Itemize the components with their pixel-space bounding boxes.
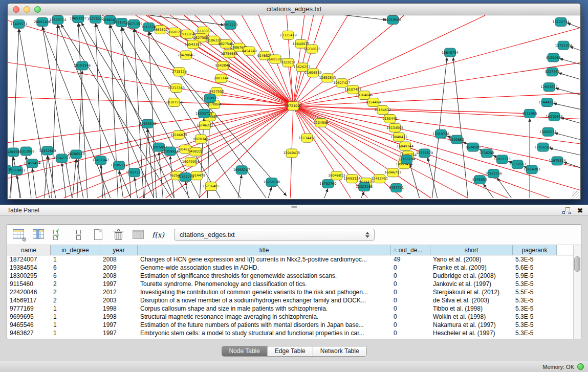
table-cell[interactable]: 2 — [51, 297, 100, 304]
table-cell[interactable]: 1997 — [100, 330, 138, 337]
table-vertical-scrollbar[interactable] — [573, 245, 581, 339]
table-cell[interactable]: 9465546 — [7, 321, 51, 329]
table-cell[interactable]: 1 — [51, 330, 100, 337]
table-cell[interactable]: 2012 — [100, 289, 138, 296]
table-cell[interactable]: 19384554 — [7, 264, 51, 271]
table-cell[interactable]: Yano et al. (2008) — [430, 256, 513, 263]
graph-node[interactable]: 12093872 — [541, 83, 558, 92]
graph-node[interactable]: 7204596 — [313, 118, 328, 127]
select-columns-checkmarks-icon[interactable]: ✓ ✓ — [52, 229, 66, 241]
graph-node[interactable]: 19218506 — [384, 15, 401, 24]
graph-node[interactable]: 19166829 — [170, 130, 187, 139]
table-cell[interactable]: 6 — [51, 272, 100, 279]
table-cell[interactable]: 0 — [391, 330, 430, 337]
graph-node[interactable]: 9129966 — [546, 53, 561, 62]
table-cell[interactable]: 2008 — [100, 256, 138, 263]
graph-node[interactable]: 16958108 — [264, 178, 280, 187]
table-panel-titlebar[interactable]: Table Panel ✖ — [0, 205, 588, 216]
table-row[interactable]: 1872400712008Changes of HCN gene express… — [7, 255, 581, 264]
table-cell[interactable]: 0 — [391, 289, 430, 296]
table-cell[interactable]: 1997 — [100, 321, 138, 329]
graph-node[interactable]: 9115955 — [522, 109, 537, 118]
table-row[interactable]: 969969511998Structural magnetic resonanc… — [7, 313, 581, 321]
graph-node[interactable]: 15122734 — [553, 17, 570, 26]
panel-splitter-handle[interactable] — [291, 206, 297, 208]
graph-node[interactable]: 15716485 — [203, 182, 220, 191]
table-cell[interactable]: 0 — [391, 321, 430, 329]
table-cell[interactable]: 0 — [391, 264, 430, 271]
show-columns-icon[interactable] — [32, 229, 46, 241]
graph-node[interactable]: 8454749 — [242, 47, 257, 55]
table-row[interactable]: 1830029562008Estimation of significance … — [7, 272, 581, 280]
table-cell[interactable]: 1 — [51, 305, 100, 312]
graph-node[interactable]: 9738203 — [480, 149, 494, 158]
table-cell[interactable]: 6 — [51, 264, 100, 271]
table-settings-icon[interactable]: ⚙ — [12, 229, 26, 241]
table-cell[interactable]: 9777169 — [7, 305, 51, 312]
graph-node[interactable]: 16210643 — [546, 112, 563, 121]
graph-node[interactable]: 16046813 — [328, 171, 345, 180]
table-cell[interactable]: 0 — [391, 305, 430, 312]
column-header-out_de[interactable]: △out_de... — [391, 245, 430, 255]
table-cell[interactable]: 49 — [391, 256, 430, 263]
graph-node[interactable]: 15405571 — [10, 19, 27, 28]
minimize-button[interactable] — [24, 6, 30, 13]
graph-node[interactable]: 8878342 — [193, 135, 208, 143]
graph-node[interactable]: 9242844 — [215, 61, 230, 70]
table-cell[interactable]: 0 — [391, 272, 430, 279]
close-panel-icon[interactable]: ✖ — [577, 207, 583, 214]
table-cell[interactable]: 22420046 — [7, 289, 51, 296]
table-cell[interactable]: 9463627 — [7, 330, 51, 337]
graph-node[interactable]: 12957375 — [494, 155, 511, 164]
table-cell[interactable]: Stergiakouli et al. (2012) — [430, 289, 513, 296]
new-table-icon[interactable] — [92, 229, 105, 241]
graph-node[interactable]: 16046753 — [384, 168, 401, 177]
graph-node[interactable]: 16049344 — [397, 142, 413, 150]
table-cell[interactable]: Structural magnetic resonance image aver… — [138, 313, 391, 320]
table-cell[interactable]: 14569117 — [7, 297, 51, 304]
memory-status-indicator[interactable] — [577, 363, 584, 370]
table-cell[interactable]: 5.3E-5 — [513, 280, 557, 288]
table-row[interactable]: 1938455462009Genome-wide association stu… — [7, 264, 581, 272]
graph-node[interactable]: 16958107 — [233, 166, 250, 174]
table-row[interactable]: 946362711997Embryonic stem cells: a mode… — [7, 329, 581, 337]
graph-node[interactable]: 15493124 — [343, 174, 360, 183]
table-cell[interactable]: Jankovic et al. (1997) — [430, 280, 513, 288]
table-cell[interactable]: Wolkin et al. (1998) — [430, 313, 513, 320]
table-cell[interactable]: 0 — [391, 280, 430, 288]
delete-table-icon[interactable] — [112, 229, 125, 241]
table-cell[interactable]: 5.3E-5 — [513, 305, 557, 312]
network-canvas-svg[interactable]: 7663822986012889129541322605898275081654… — [8, 15, 580, 199]
table-cell[interactable]: 2 — [51, 280, 100, 288]
table-row[interactable]: 2242004622012Investigating the contribut… — [7, 288, 581, 296]
graph-node[interactable]: 9457791 — [389, 184, 404, 192]
graph-node[interactable]: 16746221 — [197, 121, 213, 129]
table-cell[interactable]: 1998 — [100, 313, 138, 320]
table-cell[interactable]: 2 — [51, 289, 100, 296]
graph-node[interactable]: 11451947 — [92, 156, 109, 165]
table-cell[interactable]: 5.3E-5 — [513, 256, 557, 263]
graph-node[interactable]: 8912954 — [180, 30, 195, 38]
table-cell[interactable]: 5.6E-5 — [513, 264, 557, 271]
graph-node[interactable]: 7615526 — [141, 23, 156, 31]
table-cell[interactable]: 5.3E-5 — [513, 330, 557, 337]
graph-node[interactable]: 9154469 — [366, 98, 381, 107]
column-header-in_degree[interactable]: in_degree — [51, 245, 100, 255]
graph-node[interactable]: 9634508 — [466, 143, 481, 151]
table-cell[interactable]: Tibbo et al. (1998) — [430, 305, 513, 312]
graph-node[interactable]: 16164612 — [374, 106, 391, 115]
table-cell[interactable]: Embryonic stem cells: a model to study s… — [138, 330, 391, 337]
graph-node[interactable]: 9153449 — [382, 114, 397, 123]
network-canvas[interactable]: 7663822986012889129541322605898275081654… — [8, 15, 580, 199]
table-cell[interactable]: 5.3E-5 — [513, 321, 557, 329]
graph-node[interactable]: 17919728 — [432, 129, 449, 138]
network-window-titlebar[interactable]: citations_edges.txt — [8, 4, 580, 15]
graph-node[interactable]: 16782760 — [319, 180, 336, 188]
table-cell[interactable]: 0 — [391, 313, 430, 320]
table-selector-dropdown[interactable]: citations_edges.txt — [174, 229, 375, 240]
table-cell[interactable]: Tourette syndrome. Phenomenology and cla… — [138, 280, 391, 288]
table-cell[interactable]: 5.9E-5 — [513, 272, 557, 279]
table-cell[interactable]: 1 — [51, 321, 100, 329]
table-cell[interactable]: Nakamura et al. (1997) — [430, 321, 513, 329]
graph-node[interactable]: 7857223 — [223, 20, 238, 29]
